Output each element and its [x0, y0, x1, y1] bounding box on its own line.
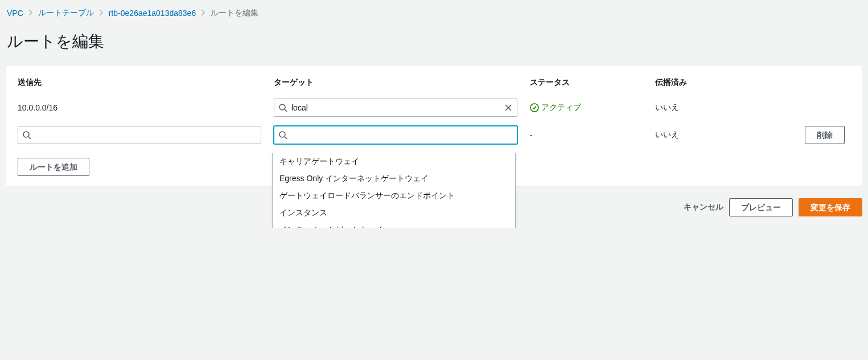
svg-line-1: [285, 109, 287, 112]
delete-button[interactable]: 削除: [805, 126, 845, 144]
svg-point-0: [279, 104, 285, 110]
target-input-wrap: [274, 126, 517, 144]
table-header-row: 送信先 ターゲット ステータス 伝播済み: [18, 68, 850, 94]
status-cell: -: [530, 130, 655, 140]
svg-point-5: [23, 132, 29, 137]
breadcrumb-link-route-tables[interactable]: ルートテーブル: [38, 8, 94, 18]
search-icon: [278, 130, 287, 140]
propagated-cell: いいえ: [655, 103, 758, 113]
status-label: アクティブ: [541, 103, 581, 113]
close-icon: [504, 104, 512, 112]
search-icon: [278, 103, 287, 112]
save-button[interactable]: 変更を保存: [799, 198, 862, 216]
propagated-cell: いいえ: [655, 130, 758, 140]
dropdown-option[interactable]: Egress Only インターネットゲートウェイ: [273, 170, 515, 187]
svg-line-8: [285, 137, 287, 139]
destination-input-wrap: [18, 126, 261, 144]
cancel-button[interactable]: キャンセル: [684, 202, 723, 212]
dropdown-option[interactable]: インスタンス: [273, 204, 515, 222]
target-input[interactable]: [274, 126, 517, 144]
chevron-right-icon: [97, 9, 105, 18]
breadcrumb-current: ルートを編集: [211, 8, 258, 18]
page-title: ルートを編集: [0, 23, 868, 65]
column-header-status: ステータス: [530, 77, 655, 88]
preview-button[interactable]: プレビュー: [729, 198, 793, 216]
breadcrumb-link-vpc[interactable]: VPC: [7, 9, 23, 18]
chevron-right-icon: [199, 9, 207, 18]
chevron-right-icon: [27, 9, 35, 18]
check-circle-icon: [530, 103, 539, 112]
svg-line-6: [28, 137, 31, 139]
table-row: 10.0.0.0/16 アクティブ いいえ: [18, 94, 850, 121]
column-header-propagated: 伝播済み: [655, 77, 758, 88]
column-header-target: ターゲット: [274, 77, 530, 88]
svg-point-7: [279, 132, 285, 137]
target-input-wrap: [274, 99, 517, 117]
search-icon: [22, 130, 31, 140]
destination-cell: 10.0.0.0/16: [18, 103, 274, 112]
breadcrumb-link-rtb-id[interactable]: rtb-0e26ae1a013da83e6: [109, 9, 196, 18]
dropdown-option[interactable]: キャリアゲートウェイ: [273, 153, 515, 170]
destination-input[interactable]: [18, 126, 261, 144]
add-route-button[interactable]: ルートを追加: [18, 158, 89, 176]
dropdown-option[interactable]: インターネットゲートウェイ: [273, 222, 515, 228]
target-dropdown: キャリアゲートウェイ Egress Only インターネットゲートウェイ ゲート…: [272, 153, 516, 228]
breadcrumb: VPC ルートテーブル rtb-0e26ae1a013da83e6 ルートを編集: [0, 0, 868, 23]
target-input[interactable]: [274, 99, 517, 117]
table-row: - いいえ 削除: [18, 121, 850, 149]
column-header-destination: 送信先: [18, 77, 274, 88]
dropdown-option[interactable]: ゲートウェイロードバランサーのエンドポイント: [273, 187, 515, 204]
clear-input-button[interactable]: [503, 102, 514, 113]
status-cell: アクティブ: [530, 103, 655, 113]
